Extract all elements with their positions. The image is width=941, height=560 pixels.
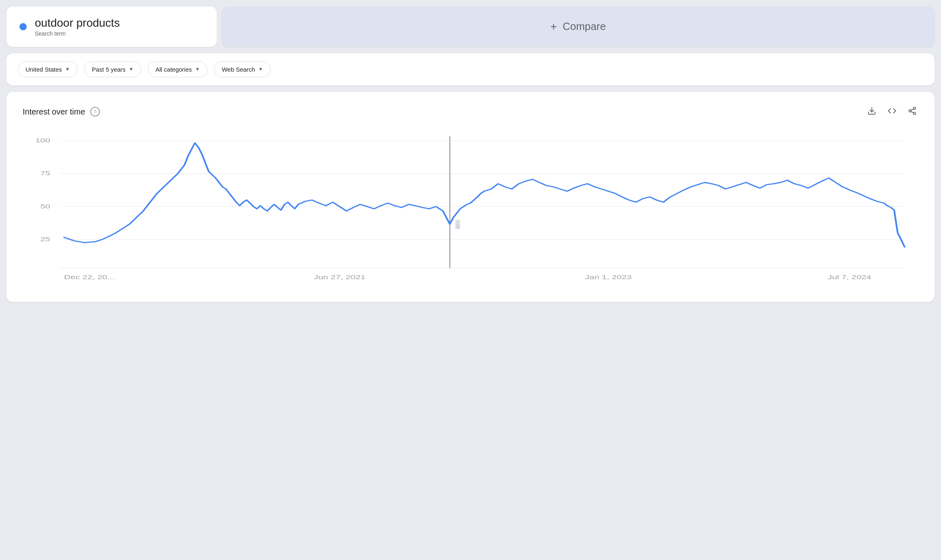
chart-header: Interest over time ? bbox=[23, 105, 918, 119]
categories-filter-button[interactable]: All categories ▼ bbox=[148, 62, 208, 77]
y-label-75: 75 bbox=[40, 170, 51, 176]
time-period-filter-label: Past 5 years bbox=[92, 66, 125, 73]
x-label-2024: Jul 7, 2024 bbox=[828, 274, 871, 280]
chart-container: 100 75 50 25 note Dec 22, 20... Jun 27, … bbox=[23, 132, 918, 286]
chart-note-text: note bbox=[454, 220, 462, 229]
x-label-start: Dec 22, 20... bbox=[64, 274, 114, 280]
chart-card: Interest over time ? bbox=[6, 92, 935, 302]
help-icon-label: ? bbox=[93, 109, 96, 115]
compare-inner: + Compare bbox=[550, 20, 606, 33]
search-type-filter-button[interactable]: Web Search ▼ bbox=[214, 62, 271, 77]
y-label-25: 25 bbox=[40, 236, 51, 242]
filters-card: United States ▼ Past 5 years ▼ All categ… bbox=[6, 53, 935, 85]
search-term-subtitle: Search term bbox=[35, 30, 66, 37]
x-label-2021: Jun 27, 2021 bbox=[314, 274, 365, 280]
chart-title-group: Interest over time ? bbox=[23, 107, 100, 117]
search-term-label: outdoor products bbox=[35, 16, 120, 30]
embed-button[interactable] bbox=[886, 105, 898, 119]
share-button[interactable] bbox=[906, 105, 918, 119]
y-label-50: 50 bbox=[40, 203, 51, 210]
search-term-card: outdoor products Search term bbox=[6, 6, 217, 47]
y-label-100: 100 bbox=[35, 137, 50, 144]
svg-line-5 bbox=[911, 109, 913, 110]
location-filter-label: United States bbox=[25, 66, 62, 73]
time-period-chevron-icon: ▼ bbox=[129, 66, 134, 72]
svg-line-4 bbox=[911, 111, 913, 113]
categories-chevron-icon: ▼ bbox=[195, 66, 200, 72]
interest-over-time-line bbox=[64, 143, 905, 247]
search-type-chevron-icon: ▼ bbox=[258, 66, 263, 72]
chart-actions bbox=[866, 105, 918, 119]
compare-card[interactable]: + Compare bbox=[222, 6, 935, 47]
chart-svg: 100 75 50 25 note Dec 22, 20... Jun 27, … bbox=[23, 132, 918, 286]
top-section: outdoor products Search term + Compare bbox=[6, 6, 935, 47]
search-type-filter-label: Web Search bbox=[222, 66, 255, 73]
download-button[interactable] bbox=[866, 105, 878, 119]
help-icon[interactable]: ? bbox=[90, 107, 100, 117]
compare-label: Compare bbox=[563, 20, 606, 33]
time-period-filter-button[interactable]: Past 5 years ▼ bbox=[84, 62, 141, 77]
location-filter-button[interactable]: United States ▼ bbox=[18, 62, 78, 77]
term-color-dot bbox=[19, 23, 27, 30]
location-chevron-icon: ▼ bbox=[65, 66, 70, 72]
chart-title: Interest over time bbox=[23, 107, 85, 117]
categories-filter-label: All categories bbox=[155, 66, 192, 73]
x-label-2023: Jan 1, 2023 bbox=[585, 274, 632, 280]
compare-plus-icon: + bbox=[550, 20, 557, 33]
search-term-text: outdoor products Search term bbox=[35, 16, 120, 37]
